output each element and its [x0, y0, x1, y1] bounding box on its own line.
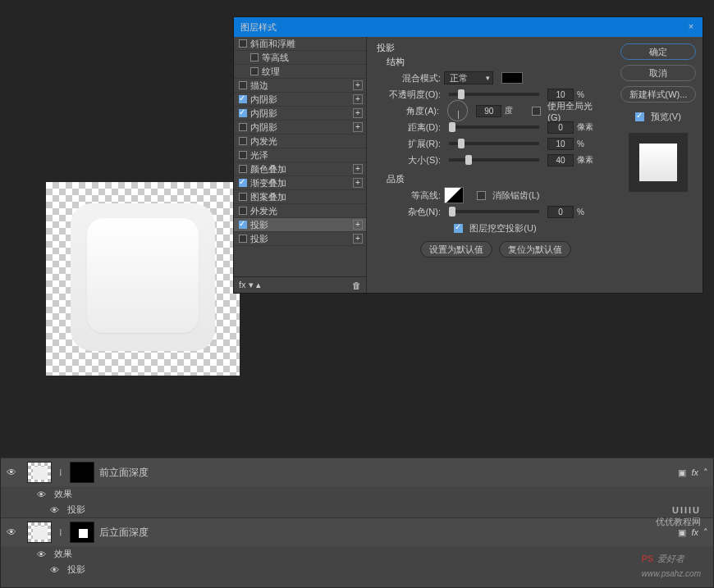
- chevron-icon[interactable]: ˄: [703, 467, 708, 478]
- opacity-value[interactable]: 10: [547, 89, 574, 101]
- layer-name[interactable]: 前立面深度: [99, 466, 673, 480]
- style-row-13[interactable]: 投影+: [234, 218, 366, 232]
- style-list-scroll[interactable]: 斜面和浮雕等高线纹理描边+内阴影+内阴影+内阴影+内发光光泽颜色叠加+渐变叠加+…: [234, 37, 366, 276]
- style-checkbox[interactable]: [239, 151, 247, 159]
- size-unit: 像素: [577, 154, 602, 166]
- add-style-icon[interactable]: +: [353, 80, 363, 90]
- knockout-checkbox[interactable]: [454, 224, 463, 233]
- visibility-icon[interactable]: 👁: [50, 505, 59, 515]
- spread-slider[interactable]: [449, 142, 539, 145]
- style-checkbox[interactable]: [239, 123, 247, 131]
- opacity-slider[interactable]: [449, 93, 539, 96]
- preview-label: 预览(V): [651, 111, 681, 123]
- style-row-12[interactable]: 外发光: [234, 204, 366, 218]
- style-checkbox[interactable]: [239, 39, 247, 48]
- blend-mode-dropdown[interactable]: 正常: [444, 71, 493, 84]
- antialias-checkbox[interactable]: [477, 191, 486, 200]
- style-checkbox[interactable]: [239, 193, 247, 201]
- new-style-button[interactable]: 新建样式(W)...: [620, 86, 696, 103]
- style-row-6[interactable]: 内阴影+: [234, 121, 366, 134]
- style-row-3[interactable]: 描边+: [234, 79, 366, 93]
- style-checkbox[interactable]: [239, 95, 247, 103]
- style-checkbox[interactable]: [239, 235, 247, 243]
- layer-name[interactable]: 后立面深度: [99, 526, 673, 540]
- preview-swatch: [639, 144, 677, 181]
- collapse-icon[interactable]: ▣: [678, 467, 686, 478]
- visibility-icon[interactable]: 👁: [50, 565, 59, 575]
- style-label: 内阴影: [250, 121, 277, 134]
- ok-button[interactable]: 确定: [620, 43, 696, 60]
- style-checkbox[interactable]: [239, 207, 247, 215]
- close-button[interactable]: ×: [683, 19, 699, 34]
- style-checkbox[interactable]: [250, 53, 259, 62]
- visibility-icon[interactable]: 👁: [1, 467, 22, 478]
- layer-thumbnail[interactable]: [27, 462, 52, 483]
- layer-mask[interactable]: [70, 522, 94, 543]
- document-preview[interactable]: [46, 182, 240, 376]
- angle-value[interactable]: 90: [476, 105, 501, 117]
- chevron-icon[interactable]: ˄: [703, 527, 708, 538]
- chevron-down-icon[interactable]: ▾: [249, 280, 254, 289]
- fx-icon[interactable]: fx: [239, 280, 246, 289]
- contour-picker[interactable]: [444, 187, 464, 203]
- add-style-icon[interactable]: +: [353, 94, 363, 104]
- noise-value[interactable]: 0: [547, 206, 574, 218]
- distance-slider[interactable]: [449, 125, 539, 129]
- style-row-14[interactable]: 投影+: [234, 232, 366, 246]
- dialog-right-column: 确定 取消 新建样式(W)... 预览(V): [614, 37, 703, 293]
- collapse-icon[interactable]: ▣: [678, 527, 686, 538]
- layer-1: 👁⁞后立面深度▣ fx ˄👁效果👁投影: [1, 517, 713, 577]
- style-checkbox[interactable]: [239, 221, 247, 229]
- set-default-button[interactable]: 设置为默认值: [420, 241, 492, 258]
- layer-mask[interactable]: [70, 462, 94, 483]
- style-checkbox[interactable]: [239, 165, 247, 173]
- style-checkbox[interactable]: [250, 67, 259, 75]
- add-style-icon[interactable]: +: [353, 220, 363, 230]
- visibility-icon[interactable]: 👁: [37, 490, 46, 499]
- add-style-icon[interactable]: +: [353, 178, 363, 188]
- layer-thumbnail[interactable]: [27, 522, 52, 543]
- noise-slider[interactable]: [449, 210, 539, 213]
- add-style-icon[interactable]: +: [353, 122, 363, 132]
- style-checkbox[interactable]: [239, 137, 247, 145]
- style-row-10[interactable]: 渐变叠加+: [234, 176, 366, 190]
- shadow-color-swatch[interactable]: [501, 72, 523, 84]
- style-row-0[interactable]: 斜面和浮雕: [234, 37, 366, 51]
- size-slider[interactable]: [449, 158, 539, 162]
- style-row-5[interactable]: 内阴影+: [234, 107, 366, 121]
- layer-0: 👁⁞前立面深度▣ fx ˄👁效果👁投影: [1, 458, 713, 517]
- reset-default-button[interactable]: 复位为默认值: [499, 241, 571, 258]
- style-row-4[interactable]: 内阴影+: [234, 93, 366, 107]
- layer-row[interactable]: 👁⁞后立面深度▣ fx ˄: [1, 518, 713, 546]
- style-label: 图案叠加: [250, 191, 286, 203]
- distance-value[interactable]: 0: [547, 121, 574, 134]
- style-row-2[interactable]: 纹理: [234, 65, 366, 79]
- add-style-icon[interactable]: +: [353, 234, 363, 244]
- style-row-8[interactable]: 光泽: [234, 148, 366, 162]
- add-style-icon[interactable]: +: [353, 108, 363, 118]
- style-checkbox[interactable]: [239, 179, 247, 187]
- visibility-icon[interactable]: 👁: [37, 549, 46, 559]
- layer-row[interactable]: 👁⁞前立面深度▣ fx ˄: [1, 458, 713, 486]
- style-row-11[interactable]: 图案叠加: [234, 190, 366, 204]
- spread-value[interactable]: 10: [547, 138, 574, 150]
- size-value[interactable]: 40: [547, 154, 574, 166]
- visibility-icon[interactable]: 👁: [1, 526, 22, 538]
- preview-checkbox[interactable]: [635, 112, 644, 121]
- style-checkbox[interactable]: [239, 81, 247, 89]
- trash-icon[interactable]: 🗑: [352, 280, 361, 290]
- spread-label: 扩展(R):: [387, 138, 441, 150]
- shadow-effect-row[interactable]: 👁投影: [1, 502, 713, 517]
- cancel-button[interactable]: 取消: [620, 65, 696, 81]
- dialog-title: 图层样式: [240, 21, 277, 34]
- global-light-checkbox[interactable]: [532, 107, 541, 116]
- style-row-7[interactable]: 内发光: [234, 134, 366, 148]
- add-style-icon[interactable]: +: [353, 164, 363, 174]
- style-checkbox[interactable]: [239, 109, 247, 117]
- shadow-effect-row[interactable]: 👁投影: [1, 562, 713, 577]
- dialog-titlebar[interactable]: 图层样式 ×: [234, 17, 703, 37]
- chevron-up-icon[interactable]: ▴: [256, 280, 261, 289]
- style-row-9[interactable]: 颜色叠加+: [234, 162, 366, 176]
- style-row-1[interactable]: 等高线: [234, 51, 366, 65]
- key-shape-outer: [71, 203, 215, 351]
